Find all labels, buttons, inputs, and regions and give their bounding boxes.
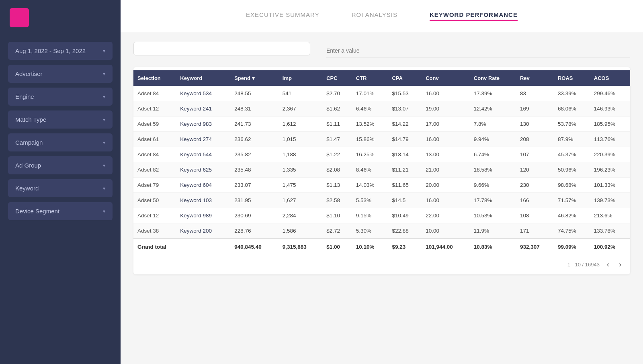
cell-conv: 19.00 xyxy=(422,101,470,117)
table-row[interactable]: Adset 50Keyword 103231.951,627$2.585.53%… xyxy=(133,193,630,208)
cell-conv_rate: 12.42% xyxy=(470,101,516,117)
col-header-acos: ACOS xyxy=(590,70,630,86)
cell-spend: 236.62 xyxy=(230,132,278,147)
breakdown-dropdown[interactable] xyxy=(133,42,310,55)
cell-selection: Adset 12 xyxy=(133,208,176,223)
sidebar-item-advertiser[interactable]: Advertiser▾ xyxy=(8,65,113,83)
cell-rev: 130 xyxy=(516,117,554,132)
cell-spend: 248.55 xyxy=(230,86,278,101)
col-header-keyword: Keyword xyxy=(176,70,230,86)
table-row[interactable]: Adset 59Keyword 983241.731,612$1.1113.52… xyxy=(133,117,630,132)
table-header: SelectionKeywordSpend ▾ImpCPCCTRCPAConvC… xyxy=(133,70,630,86)
cell-roas: 50.96% xyxy=(554,162,590,178)
cell-conv: 22.00 xyxy=(422,208,470,223)
table-row[interactable]: Adset 12Keyword 989230.692,284$1.109.15%… xyxy=(133,208,630,223)
table-row[interactable]: Adset 61Keyword 274236.621,015$1.4715.86… xyxy=(133,132,630,147)
cell-rev: 107 xyxy=(516,147,554,162)
chevron-down-icon: ▾ xyxy=(103,48,105,54)
cell-cpa: $14.79 xyxy=(388,132,422,147)
cell-imp: 1,612 xyxy=(278,117,322,132)
cell-conv_rate: 17.78% xyxy=(470,193,516,208)
tab-executive_summary[interactable]: EXECUTIVE SUMMARY xyxy=(246,11,319,21)
cell-cpc: $1.10 xyxy=(322,208,352,223)
sidebar-filter-label: Campaign xyxy=(15,139,43,146)
footer-roas: 99.09% xyxy=(554,239,590,255)
cell-conv_rate: 9.66% xyxy=(470,178,516,193)
chevron-down-icon: ▾ xyxy=(103,94,105,100)
table-options-button[interactable] xyxy=(133,67,630,70)
cell-acos: 113.76% xyxy=(590,132,630,147)
cell-selection: Adset 12 xyxy=(133,101,176,117)
top-nav: EXECUTIVE SUMMARYROI ANALYSISKEYWORD PER… xyxy=(121,0,643,32)
cell-spend: 231.95 xyxy=(230,193,278,208)
sidebar-item-match_type[interactable]: Match Type▾ xyxy=(8,110,113,129)
cell-cpc: $2.72 xyxy=(322,223,352,239)
tab-roi_analysis[interactable]: ROI ANALYSIS xyxy=(352,11,397,21)
cell-selection: Adset 84 xyxy=(133,86,176,101)
table-row[interactable]: Adset 84Keyword 544235.821,188$1.2216.25… xyxy=(133,147,630,162)
sidebar-item-campaign[interactable]: Campaign▾ xyxy=(8,133,113,151)
cell-selection: Adset 59 xyxy=(133,117,176,132)
next-page-button[interactable]: › xyxy=(616,260,624,270)
cell-roas: 74.75% xyxy=(554,223,590,239)
cell-imp: 1,586 xyxy=(278,223,322,239)
table-row[interactable]: Adset 12Keyword 241248.312,367$1.626.46%… xyxy=(133,101,630,117)
cell-conv: 13.00 xyxy=(422,147,470,162)
cell-cpc: $1.62 xyxy=(322,101,352,117)
cell-ctr: 8.46% xyxy=(352,162,388,178)
cell-cpc: $2.58 xyxy=(322,193,352,208)
col-header-selection: Selection xyxy=(133,70,176,86)
sidebar-filter-label: Device Segment xyxy=(15,208,59,215)
cell-cpc: $1.13 xyxy=(322,178,352,193)
sidebar-item-engine[interactable]: Engine▾ xyxy=(8,88,113,106)
footer-ctr: 10.10% xyxy=(352,239,388,255)
cell-acos: 133.78% xyxy=(590,223,630,239)
cell-imp: 541 xyxy=(278,86,322,101)
table-row[interactable]: Adset 38Keyword 200228.761,586$2.725.30%… xyxy=(133,223,630,239)
cell-cpa: $13.07 xyxy=(388,101,422,117)
table-row[interactable]: Adset 79Keyword 604233.071,475$1.1314.03… xyxy=(133,178,630,193)
cell-ctr: 5.53% xyxy=(352,193,388,208)
table-footer: Grand total940,845.409,315,883$1.0010.10… xyxy=(133,239,630,255)
sidebar-filter-label: Advertiser xyxy=(15,70,43,77)
cell-imp: 1,188 xyxy=(278,147,322,162)
cell-acos: 146.93% xyxy=(590,101,630,117)
tab-keyword_performance[interactable]: KEYWORD PERFORMANCE xyxy=(430,11,518,21)
cell-spend: 241.73 xyxy=(230,117,278,132)
col-header-cpc: CPC xyxy=(322,70,352,86)
cell-ctr: 16.25% xyxy=(352,147,388,162)
cell-rev: 171 xyxy=(516,223,554,239)
sidebar-item-device_segment[interactable]: Device Segment▾ xyxy=(8,202,113,220)
cell-conv_rate: 7.8% xyxy=(470,117,516,132)
cell-roas: 46.82% xyxy=(554,208,590,223)
sidebar-item-date[interactable]: Aug 1, 2022 - Sep 1, 2022▾ xyxy=(8,42,113,60)
prev-page-button[interactable]: ‹ xyxy=(604,260,612,270)
cell-keyword: Keyword 534 xyxy=(176,86,230,101)
chevron-down-icon: ▾ xyxy=(103,163,105,168)
sidebar-filter-label: Keyword xyxy=(15,185,39,192)
sidebar-item-keyword[interactable]: Keyword▾ xyxy=(8,179,113,197)
table-row[interactable]: Adset 84Keyword 534248.55541$2.7017.01%$… xyxy=(133,86,630,101)
keyword-filter-input[interactable] xyxy=(326,44,630,57)
col-header-roas: ROAS xyxy=(554,70,590,86)
keyword-table: SelectionKeywordSpend ▾ImpCPCCTRCPAConvC… xyxy=(133,70,630,255)
cell-rev: 230 xyxy=(516,178,554,193)
cell-rev: 120 xyxy=(516,162,554,178)
cell-rev: 83 xyxy=(516,86,554,101)
cell-ctr: 15.86% xyxy=(352,132,388,147)
footer-rev: 932,307 xyxy=(516,239,554,255)
footer-spend: 940,845.40 xyxy=(230,239,278,255)
pagination: 1 - 10 / 16943 ‹ › xyxy=(133,255,630,274)
cell-keyword: Keyword 200 xyxy=(176,223,230,239)
cell-conv_rate: 11.9% xyxy=(470,223,516,239)
col-header-imp: Imp xyxy=(278,70,322,86)
cell-conv_rate: 10.53% xyxy=(470,208,516,223)
cell-cpc: $1.22 xyxy=(322,147,352,162)
cell-rev: 166 xyxy=(516,193,554,208)
table-row[interactable]: Adset 82Keyword 625235.481,335$2.088.46%… xyxy=(133,162,630,178)
col-header-spend[interactable]: Spend ▾ xyxy=(230,70,278,86)
cell-keyword: Keyword 989 xyxy=(176,208,230,223)
cell-conv_rate: 6.74% xyxy=(470,147,516,162)
sidebar-item-ad_group[interactable]: Ad Group▾ xyxy=(8,156,113,174)
chevron-down-icon: ▾ xyxy=(103,117,105,123)
